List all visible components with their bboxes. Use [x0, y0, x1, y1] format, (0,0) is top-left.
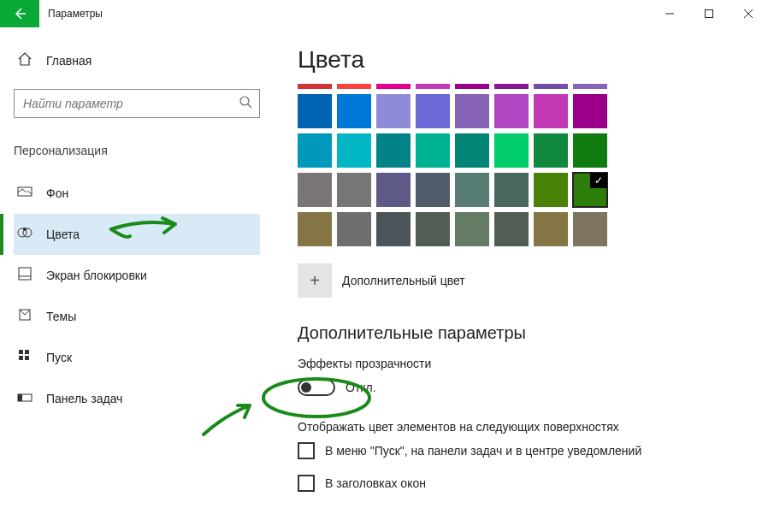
close-button[interactable]	[729, 0, 768, 27]
transparency-label: Эффекты прозрачности	[298, 357, 742, 370]
color-swatch-grid: ✓	[298, 84, 742, 246]
close-icon	[744, 9, 753, 18]
color-swatch-3-3[interactable]	[416, 212, 450, 246]
svg-point-5	[23, 228, 27, 231]
color-swatch-1-0[interactable]	[298, 133, 332, 168]
search-input[interactable]	[14, 89, 260, 118]
sidebar-item-label: Экран блокировки	[46, 269, 147, 282]
nav-icon-2	[17, 266, 32, 285]
main-panel: Цвета ✓ + Дополнительный цвет Дополнител…	[274, 27, 768, 532]
svg-rect-9	[25, 350, 29, 354]
color-swatch-2-3[interactable]	[416, 173, 450, 207]
color-swatch-0-6[interactable]	[534, 94, 568, 128]
sidebar-item-label: Пуск	[46, 351, 72, 364]
color-swatch-2-0[interactable]	[298, 173, 332, 207]
svg-point-1	[240, 97, 249, 105]
color-swatch-1-4[interactable]	[455, 133, 489, 168]
nav-icon-4	[17, 348, 32, 367]
color-swatch-2-7[interactable]: ✓	[573, 173, 607, 207]
arrow-left-icon	[13, 7, 27, 21]
window-title: Параметры	[39, 8, 650, 20]
sidebar-item-4[interactable]: Пуск	[14, 337, 260, 378]
sidebar-item-0[interactable]: Фон	[14, 173, 260, 214]
color-swatch-thin-1[interactable]	[337, 84, 371, 89]
more-options-heading: Дополнительные параметры	[298, 323, 742, 343]
sidebar-item-2[interactable]: Экран блокировки	[14, 255, 260, 296]
color-swatch-thin-2[interactable]	[376, 84, 411, 89]
sidebar-item-label: Цвета	[46, 228, 80, 241]
minimize-button[interactable]	[650, 0, 689, 27]
page-title: Цвета	[298, 46, 742, 74]
checkbox-titlebars-label: В заголовках окон	[325, 476, 426, 490]
sidebar-item-1[interactable]: Цвета	[14, 214, 260, 255]
nav-icon-5	[17, 389, 32, 408]
sidebar-item-label: Фон	[46, 186, 68, 200]
svg-rect-10	[19, 356, 23, 360]
section-title: Персонализация	[14, 144, 260, 157]
color-swatch-2-5[interactable]	[494, 173, 529, 207]
nav-icon-3	[17, 307, 32, 326]
check-icon: ✓	[590, 173, 607, 188]
color-swatch-thin-5[interactable]	[494, 84, 529, 89]
show-accent-label: Отображать цвет элементов на следующих п…	[298, 420, 742, 434]
sidebar-item-label: Панель задач	[46, 392, 122, 405]
custom-color-button[interactable]: + Дополнительный цвет	[298, 263, 742, 298]
maximize-icon	[705, 9, 713, 18]
svg-rect-11	[25, 356, 29, 360]
color-swatch-1-2[interactable]	[376, 133, 411, 168]
color-swatch-0-5[interactable]	[494, 94, 529, 128]
color-swatch-0-7[interactable]	[573, 94, 607, 128]
maximize-button[interactable]	[689, 0, 729, 27]
color-swatch-3-7[interactable]	[573, 212, 607, 246]
color-swatch-3-0[interactable]	[298, 212, 332, 246]
svg-rect-0	[706, 10, 713, 18]
color-swatch-0-1[interactable]	[337, 94, 371, 128]
color-swatch-1-6[interactable]	[534, 133, 568, 168]
home-label: Главная	[46, 54, 92, 68]
back-button[interactable]	[0, 0, 39, 27]
color-swatch-3-1[interactable]	[337, 212, 371, 246]
color-swatch-2-1[interactable]	[337, 173, 371, 207]
svg-rect-13	[18, 394, 22, 401]
transparency-toggle[interactable]	[298, 379, 335, 396]
nav-icon-1	[17, 225, 32, 244]
color-swatch-0-4[interactable]	[455, 94, 489, 128]
checkbox-titlebars[interactable]	[298, 475, 315, 492]
color-swatch-0-0[interactable]	[298, 94, 332, 128]
color-swatch-3-5[interactable]	[494, 212, 529, 246]
color-swatch-2-2[interactable]	[376, 173, 411, 207]
color-swatch-2-4[interactable]	[455, 173, 489, 207]
home-icon	[17, 51, 32, 70]
checkbox-start-taskbar-label: В меню "Пуск", на панели задач и в центр…	[325, 444, 641, 458]
transparency-state: Откл.	[346, 381, 376, 394]
color-swatch-1-1[interactable]	[337, 133, 371, 168]
search-field[interactable]	[23, 97, 239, 110]
sidebar-item-label: Темы	[46, 310, 76, 323]
svg-rect-8	[19, 350, 23, 354]
custom-color-label: Дополнительный цвет	[342, 274, 465, 287]
checkbox-start-taskbar[interactable]	[298, 442, 315, 459]
svg-rect-6	[19, 268, 31, 280]
plus-icon: +	[298, 263, 332, 298]
nav-icon-0	[17, 184, 32, 203]
color-swatch-3-4[interactable]	[455, 212, 489, 246]
sidebar: Главная Персонализация ФонЦветаЭкран бло…	[0, 27, 274, 532]
home-link[interactable]: Главная	[14, 44, 260, 77]
color-swatch-3-6[interactable]	[534, 212, 568, 246]
search-icon	[239, 95, 252, 112]
color-swatch-3-2[interactable]	[376, 212, 411, 246]
color-swatch-1-5[interactable]	[494, 133, 529, 168]
color-swatch-thin-4[interactable]	[455, 84, 489, 89]
color-swatch-1-3[interactable]	[416, 133, 450, 168]
color-swatch-thin-0[interactable]	[298, 84, 332, 89]
color-swatch-0-2[interactable]	[376, 94, 411, 128]
color-swatch-2-6[interactable]	[534, 173, 568, 207]
color-swatch-1-7[interactable]	[573, 133, 607, 168]
color-swatch-thin-6[interactable]	[534, 84, 568, 89]
color-swatch-thin-3[interactable]	[416, 84, 450, 89]
sidebar-item-5[interactable]: Панель задач	[14, 378, 260, 419]
sidebar-item-3[interactable]: Темы	[14, 296, 260, 337]
color-swatch-0-3[interactable]	[416, 94, 450, 128]
color-swatch-thin-7[interactable]	[573, 84, 607, 89]
minimize-icon	[665, 9, 674, 18]
